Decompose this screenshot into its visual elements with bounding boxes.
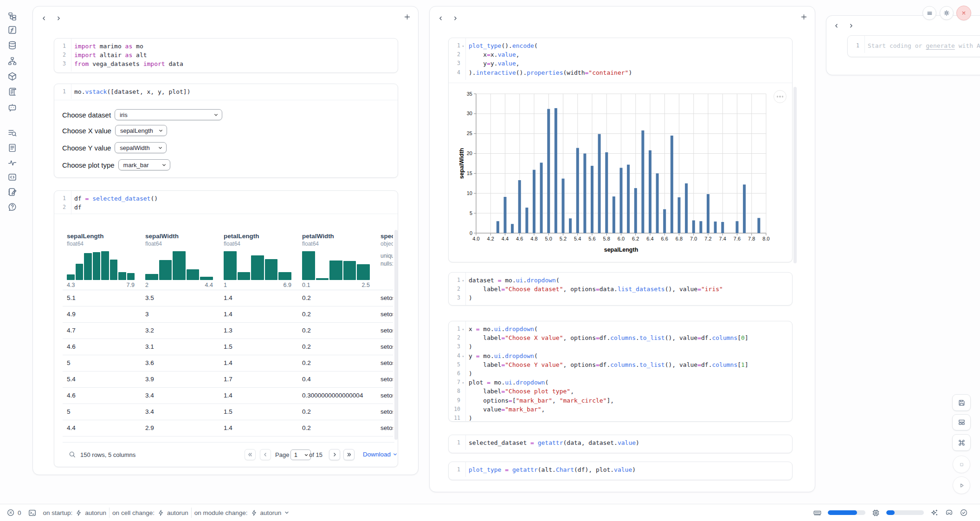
column-header-petalWidth[interactable]: petalWidthfloat640.12.5 [298,228,376,290]
sidebar-item-document[interactable] [7,143,18,153]
column-right-icon[interactable] [451,14,459,22]
y-value-dropdown[interactable]: sepalWidth [115,142,167,153]
connection-status-icon[interactable] [960,508,968,517]
runtime-config-2[interactable]: on cell change:autorun [112,509,188,516]
fold-chevron-icon[interactable]: ▾ [461,325,465,334]
table-cell: 3.9 [141,371,219,387]
column-header-species[interactable]: speciesobjectunique:nulls: [376,228,393,290]
sidebar-item-functions[interactable] [7,25,18,35]
sidebar-item-package[interactable] [7,72,18,82]
fold-chevron-icon[interactable]: ▾ [461,276,465,285]
runtime-config-1[interactable]: on startup:autorun [43,509,107,516]
sidebar-item-search-logs[interactable] [7,128,18,138]
code-cell-dataset-dropdown[interactable]: 1▾dataset = mo.ui.dropdown(2 label="Choo… [448,272,793,306]
code-line: 3from vega_datasets import data [54,59,398,68]
sidebar-item-activity[interactable] [7,158,18,168]
sidebar-item-database[interactable] [7,40,18,51]
status-bar: 0 on startup:autorunon cell change:autor… [0,504,980,521]
code-cell-dataframe[interactable]: 1df = selected_dataset()2df sepalLengthf… [54,190,398,467]
table-row: 4.931.40.2setosa [63,306,393,323]
settings-button[interactable] [940,6,954,20]
copilot-icon[interactable] [945,508,954,517]
download-link[interactable]: Download [363,451,398,458]
table-cell: 4.6 [63,388,141,404]
runtime-config-3[interactable]: on module change:autorun [194,509,290,516]
code-cell-imports[interactable]: 1import marimo as mo2import altair as al… [54,38,398,73]
column-header-sepalWidth[interactable]: sepalWidthfloat6424.4 [141,228,219,290]
fold-chevron-icon[interactable]: ▾ [461,378,465,387]
separator [191,508,192,518]
column-name: sepalLength [67,233,135,241]
code-cell-selected-dataset[interactable]: 1selected_dataset = getattr(data, datase… [448,435,793,453]
add-cell-icon[interactable] [403,13,413,22]
ai-sparkle-icon[interactable] [930,508,939,517]
empty-code-cell[interactable]: 1 Start coding or generate with AI [847,35,980,57]
dataset-dropdown[interactable]: iris [115,109,222,120]
prev-page-button[interactable] [260,449,271,460]
sidebar-item-help[interactable] [7,202,18,212]
cell-placeholder[interactable]: Start coding or generate with AI [868,41,980,50]
fold-chevron-icon[interactable]: ▾ [461,42,465,51]
code-line: 6) [449,369,792,378]
code-cell-xy-plot-dropdowns[interactable]: 1▾x = mo.ui.dropdown(2 label="Choose X v… [448,321,793,422]
svg-text:5: 5 [470,210,472,216]
table-cell: setosa [376,388,393,404]
sidebar-item-snippets[interactable] [7,172,18,182]
help-icon [7,202,17,212]
column-left-icon[interactable] [436,14,445,22]
code-line: 10 value="mark_bar", [449,405,792,414]
table-search-icon[interactable] [68,450,76,458]
terminal-icon[interactable] [28,508,37,517]
svg-text:25: 25 [467,130,472,136]
shutdown-button[interactable] [956,6,971,20]
sidebar-item-dependency-graph[interactable] [7,56,18,66]
sidebar-item-scratchpad[interactable] [7,187,18,197]
column-scrollbar[interactable] [793,87,797,263]
column-histogram [145,251,213,280]
code-cell-chart[interactable]: 1▾plot_type().encode(2 x=x.value,3 y=y.v… [448,38,793,262]
sidebar-item-file-tree[interactable] [7,12,18,22]
x-value-dropdown[interactable]: sepalLength [115,125,167,136]
chart-menu-icon[interactable] [774,90,787,103]
fold-chevron-icon[interactable]: ▾ [461,352,465,361]
code-cell-vstack[interactable]: 1mo.vstack([dataset, x, y, plot]) Choose… [54,84,398,178]
stop-button[interactable] [953,456,970,473]
table-cell: 3 [141,306,219,322]
table-cell: setosa [376,339,393,355]
column-dtype: float64 [224,241,291,247]
svg-text:15: 15 [467,170,472,176]
dropdown-value: mark_bar [123,162,149,169]
column-right-icon[interactable] [847,21,855,30]
column-right-icon[interactable] [54,14,63,22]
error-counter[interactable]: 0 [6,508,21,517]
plot-type-dropdown[interactable]: mark_bar [118,159,170,170]
table-scrollbar[interactable] [394,230,398,440]
save-button[interactable] [952,394,971,411]
sidebar-item-ai-chat[interactable] [7,103,18,113]
code-cell-plot-type[interactable]: 1plot_type = getattr(alt.Chart(df), plot… [448,462,793,480]
altair-bar-chart[interactable]: 4.04.24.44.64.85.05.25.45.65.86.06.26.46… [458,86,783,255]
menu-button[interactable] [922,6,936,20]
next-page-button[interactable] [329,449,340,460]
sidebar-item-script[interactable] [7,87,18,97]
command-palette-button[interactable] [952,434,971,451]
code-line: 1▾x = mo.ui.dropdown( [449,325,792,333]
code-line: 3) [449,342,792,351]
column-header-petalLength[interactable]: petalLengthfloat6416.9 [219,228,298,290]
column-min-max: 4.37.9 [67,282,135,290]
run-button[interactable] [953,476,970,494]
column-header-sepalLength[interactable]: sepalLengthfloat644.37.9 [63,228,141,290]
add-cell-icon[interactable] [800,13,809,22]
file-tree-icon [7,12,17,21]
generate-with-ai-link[interactable]: generate [926,42,955,49]
table-row: 5.43.91.70.4setosa [63,371,393,388]
table-cell: 1.5 [219,436,298,442]
column-left-icon[interactable] [832,21,840,30]
last-page-button[interactable] [343,449,355,460]
layout-toggle-button[interactable] [952,414,971,430]
page-select[interactable]: 1 [290,449,311,460]
config-label: on startup: [43,509,73,516]
page-total-label: of 15 [309,451,322,458]
first-page-button[interactable] [245,449,256,460]
column-left-icon[interactable] [39,14,48,22]
